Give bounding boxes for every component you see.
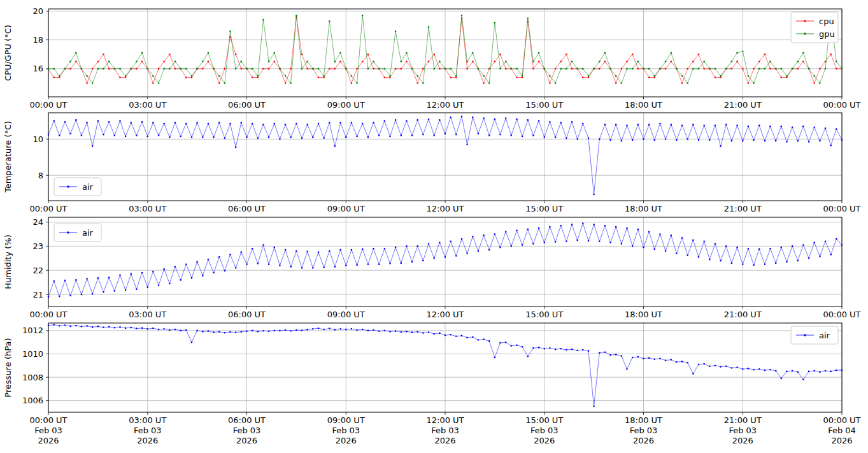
x-tick-label: 18:00 UT [625, 415, 662, 425]
x-tick-date: Feb 03 [630, 426, 658, 435]
legend-label: air [82, 228, 94, 238]
y-tick-label: 24 [32, 217, 43, 227]
legend-label: air [82, 182, 94, 192]
y-tick-label: 20 [32, 6, 43, 16]
x-tick-year: 2026 [633, 436, 654, 445]
figure: 16182000:00 UT03:00 UT06:00 UT09:00 UT12… [0, 0, 868, 453]
x-tick-label: 18:00 UT [625, 204, 662, 213]
legend-label: cpu [819, 17, 834, 26]
legend-sample-marker [804, 20, 806, 22]
x-tick-label: 18:00 UT [625, 310, 662, 319]
y-axis-label: Pressure (hPa) [3, 338, 13, 397]
y-tick-label: 18 [32, 35, 43, 45]
x-tick-date: Feb 03 [431, 426, 459, 435]
x-tick-label: 03:00 UT [129, 310, 166, 319]
x-tick-label: 12:00 UT [426, 204, 464, 213]
legend-sample-marker [804, 32, 806, 34]
x-tick-label: 00:00 UT [29, 415, 67, 425]
x-tick-date: Feb 03 [233, 426, 261, 435]
x-tick-label: 09:00 UT [327, 415, 365, 425]
y-axis-label: CPU/GPU (°C) [3, 25, 13, 81]
legend-sample-marker [804, 334, 806, 336]
legend-humidity: air [54, 224, 101, 241]
x-tick-label: 03:00 UT [129, 415, 166, 425]
y-tick-label: 1008 [22, 373, 43, 382]
x-tick-label: 06:00 UT [228, 204, 266, 213]
x-tick-year: 2026 [434, 436, 455, 445]
legend-label: gpu [819, 29, 835, 39]
y-tick-label: 21 [32, 290, 43, 299]
x-tick-label: 12:00 UT [426, 100, 464, 110]
x-tick-year: 2026 [236, 436, 257, 445]
x-tick-year: 2026 [831, 436, 852, 445]
x-tick-date: Feb 04 [828, 426, 856, 435]
x-tick-label: 09:00 UT [327, 204, 365, 213]
x-tick-label: 21:00 UT [724, 204, 762, 213]
y-tick-label: 22 [32, 266, 43, 275]
x-tick-date: Feb 03 [729, 426, 757, 435]
x-tick-label: 03:00 UT [129, 100, 166, 110]
x-tick-year: 2026 [38, 436, 59, 445]
y-axis-label: Humidity (%) [3, 234, 13, 289]
x-tick-label: 00:00 UT [823, 100, 860, 110]
y-tick-label: 1012 [22, 326, 43, 335]
panel-cpu-gpu: 16182000:00 UT03:00 UT06:00 UT09:00 UT12… [3, 6, 861, 110]
x-tick-label: 00:00 UT [29, 310, 67, 319]
x-tick-year: 2026 [336, 436, 357, 445]
x-tick-label: 06:00 UT [228, 100, 266, 110]
y-axis-label: Temperature (°C) [3, 121, 13, 193]
x-tick-label: 09:00 UT [327, 100, 365, 110]
legend-label: air [819, 331, 830, 340]
x-tick-label: 00:00 UT [29, 100, 67, 110]
x-tick-date: Feb 03 [34, 426, 62, 435]
x-tick-label: 00:00 UT [823, 415, 860, 425]
x-tick-label: 15:00 UT [525, 100, 563, 110]
panel-pressure: 100610081010101200:00 UTFeb 03202603:00 … [3, 323, 861, 445]
x-tick-label: 06:00 UT [228, 415, 266, 425]
x-tick-label: 12:00 UT [426, 310, 464, 319]
x-tick-label: 18:00 UT [625, 100, 662, 110]
panel-temperature: 81000:00 UT03:00 UT06:00 UT09:00 UT12:00… [3, 113, 861, 213]
panel-humidity: 2122232400:00 UT03:00 UT06:00 UT09:00 UT… [3, 217, 861, 319]
y-tick-label: 8 [38, 171, 43, 180]
x-tick-label: 21:00 UT [724, 415, 762, 425]
x-tick-label: 00:00 UT [823, 310, 860, 319]
x-tick-label: 15:00 UT [525, 310, 563, 319]
x-tick-label: 15:00 UT [525, 415, 563, 425]
x-tick-label: 15:00 UT [525, 204, 563, 213]
x-tick-date: Feb 03 [332, 426, 360, 435]
x-tick-date: Feb 03 [530, 426, 559, 435]
legend-cpu-gpu: cpugpu [791, 12, 838, 43]
x-tick-label: 00:00 UT [823, 204, 860, 213]
y-tick-label: 1006 [22, 396, 43, 405]
legend-sample-marker [67, 231, 69, 233]
x-tick-label: 12:00 UT [426, 415, 464, 425]
y-tick-label: 16 [32, 64, 43, 73]
x-tick-label: 00:00 UT [29, 204, 67, 213]
x-tick-year: 2026 [534, 436, 555, 445]
y-tick-label: 23 [32, 241, 43, 251]
y-tick-label: 1010 [22, 349, 43, 359]
legend-sample-marker [67, 185, 69, 187]
y-tick-label: 10 [32, 134, 43, 144]
x-tick-label: 21:00 UT [724, 100, 762, 110]
x-tick-label: 09:00 UT [327, 310, 365, 319]
x-tick-year: 2026 [137, 436, 158, 445]
x-tick-date: Feb 03 [134, 426, 162, 435]
x-tick-year: 2026 [732, 436, 753, 445]
x-tick-label: 21:00 UT [724, 310, 762, 319]
figure-canvas: 16182000:00 UT03:00 UT06:00 UT09:00 UT12… [0, 0, 868, 453]
x-tick-label: 03:00 UT [129, 204, 166, 213]
legend-temperature: air [54, 178, 101, 196]
legend-pressure: air [791, 326, 838, 344]
x-tick-label: 06:00 UT [228, 310, 266, 319]
